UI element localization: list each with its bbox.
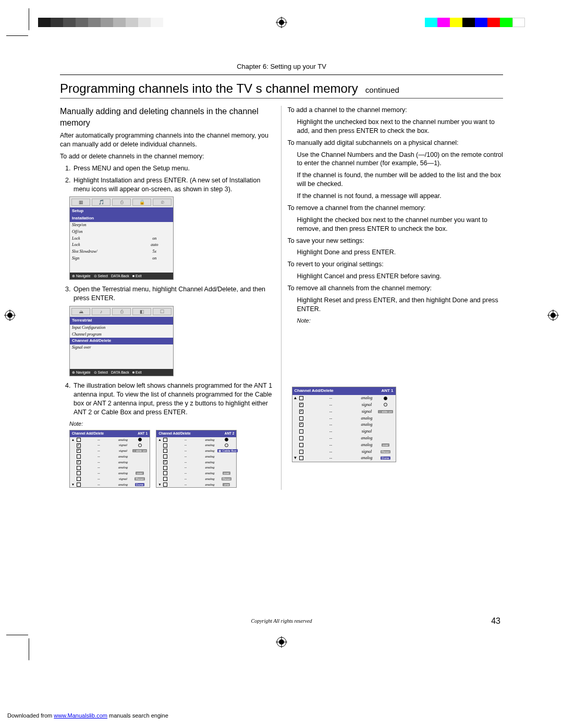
setup-menu-screenshot: ▦🎵⎙🔒⎚ Setup InstallationSleep/onOff/onLo… [69, 196, 174, 280]
table-row: ▲--analog [292, 395, 396, 402]
table-row: --analog [70, 465, 150, 471]
tab-icon: ⛰ [71, 308, 90, 315]
paragraph: Highlight the checked box next to the ch… [288, 216, 504, 233]
paragraph: Highlight Cancel and press ENTER before … [288, 272, 504, 281]
channel-table-ant2: Channel Add/DeleteANT 2 ▲--analog--analo… [156, 430, 237, 488]
tab-icon: 🎵 [92, 199, 111, 206]
table-row: --analog [292, 415, 396, 422]
page-title: Programming channels into the TV s chann… [60, 81, 503, 96]
paragraph: Highlight Done and press ENTER. [288, 248, 504, 257]
table-row: --signal○ able on [70, 448, 150, 454]
tab-icon: ◧ [132, 308, 151, 315]
registration-mark-icon [547, 310, 559, 321]
right-column: To add a channel to the channel memory: … [288, 106, 504, 490]
tab-icon: ♪ [92, 308, 111, 315]
paragraph: To add a channel to the channel memory: [288, 106, 504, 115]
table-row: ▼--analogDone [292, 455, 396, 462]
menu-row: Channel program [70, 331, 173, 338]
table-row: --signal [292, 428, 396, 435]
divider [60, 98, 503, 98]
channel-table-big: Channel Add/DeleteANT 1 ▲--analog--signa… [292, 387, 396, 462]
table-row: --analog [156, 442, 236, 448]
manualslib-link[interactable]: www.Manualslib.com [54, 712, 107, 719]
menu-row: Sleep/on [70, 222, 173, 229]
menu-footer: ⊕ Navigate⊙ SelectDATA Back■ Exit [70, 273, 173, 279]
table-row: ▲--analog [156, 437, 236, 443]
table-row: --signalReset [292, 449, 396, 455]
table-row: --analogover [156, 471, 236, 476]
registration-mark-icon [4, 310, 16, 321]
paragraph: To revert to your original settings: [288, 260, 504, 269]
paragraph: To save your new settings: [288, 237, 504, 245]
tab-icon: ⎙ [112, 308, 131, 315]
table-row: --analog [70, 454, 150, 460]
table-row: --analog [292, 435, 396, 442]
terrestrial-menu-screenshot: ⛰♪⎙◧☐ Terrestrial Input ConfigurationCha… [69, 306, 174, 376]
note-label: Note: [288, 317, 504, 325]
menu-row: Lockon [70, 236, 173, 242]
menu-row: Signon [70, 255, 173, 262]
table-row: --analog [292, 422, 396, 428]
tab-icon: ▦ [71, 199, 90, 206]
left-column: Manually adding and deleting channels in… [60, 106, 282, 490]
table-row: --signal○ able on [292, 409, 396, 415]
color-calibration-bar-color [425, 18, 525, 27]
table-row: --analog [156, 465, 236, 471]
chapter-label: Chapter 6: Setting up your TV [60, 63, 503, 70]
step-item: Open the Terrestrial menu, highlight Cha… [72, 285, 276, 303]
menu-header: Terrestrial [70, 317, 173, 325]
tab-icon: ⎙ [112, 199, 131, 206]
table-row: --analog◉ Cable Box [156, 448, 236, 454]
table-row: ▼--analogone [156, 482, 236, 488]
table-row: --analog [156, 454, 236, 460]
color-calibration-bar-grayscale [38, 18, 163, 27]
table-row: --analogover [70, 471, 150, 476]
table-row: --analogReset [156, 476, 236, 482]
channel-table-ant1: Channel Add/DeleteANT 1 ▲--analog--signa… [69, 430, 150, 488]
paragraph: If the channel is not found, a message w… [288, 192, 504, 201]
section-heading: Manually adding and deleting channels in… [60, 106, 276, 128]
paragraph: To remove a channel from the channel mem… [288, 204, 504, 213]
registration-mark-icon [276, 636, 287, 648]
tab-icon: 🔒 [132, 199, 151, 206]
note-label: Note: [60, 420, 276, 428]
step-item: Highlight Installation and press ENTER. … [72, 176, 276, 194]
table-row: --signal [70, 442, 150, 448]
divider [60, 75, 503, 75]
paragraph: Highlight Reset and press ENTER, and the… [288, 296, 504, 314]
tab-icon: ⎚ [153, 199, 172, 206]
tab-icon: ☐ [153, 308, 172, 315]
menu-row: Off/on [70, 229, 173, 236]
copyright-text: Copyright All rights reserved [0, 618, 563, 624]
paragraph: To remove all channels from the channel … [288, 284, 504, 293]
table-row: ▼--analogDone [70, 482, 150, 488]
menu-header: Setup [70, 207, 173, 215]
menu-row: Slot Slowdraw/5x [70, 249, 173, 255]
paragraph: After automatically programming channels… [60, 131, 276, 149]
step-item: Press MENU and open the Setup menu. [72, 164, 276, 173]
table-row: --analog [70, 460, 150, 465]
menu-row: Installation [70, 215, 173, 222]
paragraph: To manually add digital subchannels on a… [288, 139, 504, 147]
table-row: --signalReset [70, 476, 150, 482]
table-row: ▲--analog [70, 437, 150, 443]
table-row: --signal [292, 402, 396, 409]
menu-row: Lockauto [70, 242, 173, 249]
crop-mark [6, 635, 28, 635]
menu-footer: ⊕ Navigate⊙ SelectDATA Back■ Exit [70, 369, 173, 376]
crop-mark [6, 35, 28, 36]
download-source: Downloaded from www.Manualslib.com manua… [7, 712, 168, 719]
menu-row: Input Configuration [70, 325, 173, 331]
registration-mark-icon [276, 17, 287, 28]
page-number: 43 [491, 616, 500, 626]
paragraph: To add or delete channels in the channel… [60, 152, 276, 161]
paragraph: If the channel is found, the number will… [288, 171, 504, 189]
crop-mark [29, 638, 29, 660]
paragraph: Highlight the unchecked box next to the … [288, 118, 504, 135]
paragraph: Use the Channel Numbers and the Dash (—/… [288, 151, 504, 168]
menu-row: Signal over [70, 344, 173, 351]
step-item: The illustration below left shows channe… [72, 381, 276, 417]
table-row: --analogover [292, 442, 396, 449]
table-row: --analog [156, 460, 236, 465]
menu-row: Channel Add/Delete [70, 338, 173, 344]
